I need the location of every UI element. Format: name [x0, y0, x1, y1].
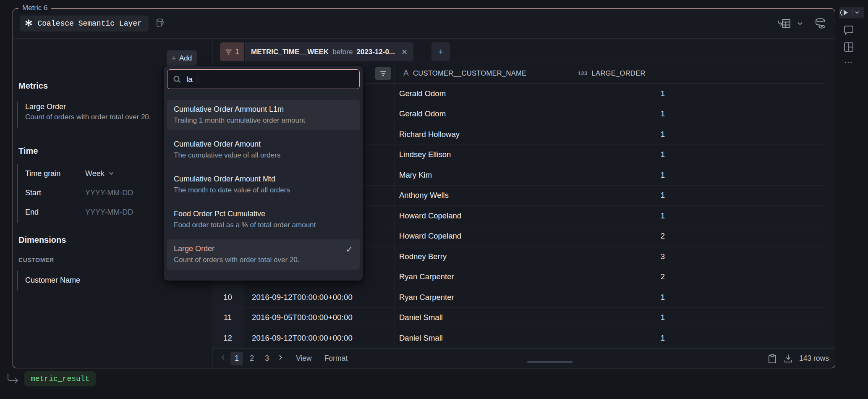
table-cell: Daniel Small	[395, 328, 569, 348]
table-row[interactable]: 102016-09-12T00:00:00+00:00Ryan Carpente…	[212, 287, 824, 308]
chevron-down-icon[interactable]	[854, 10, 860, 16]
table-cell	[671, 165, 824, 185]
filter-icon	[225, 49, 232, 55]
table-row[interactable]: 112016-09-05T00:00:00+00:00Daniel Small1	[212, 308, 824, 328]
add-filter-button[interactable]: +	[431, 42, 450, 61]
pagination: 123	[219, 352, 285, 365]
dimension-item-title: Customer Name	[25, 275, 80, 285]
cell-label: Metric 6	[18, 3, 51, 13]
table-cell: 1	[569, 104, 671, 124]
text-caret	[198, 75, 199, 84]
cell-title: Coalesce Semantic Layer	[37, 19, 141, 28]
table-cell	[671, 267, 824, 287]
metric-option[interactable]: Cumulative Order Ammount L1mTrailing 1 m…	[167, 100, 360, 130]
page-button[interactable]: 1	[230, 352, 243, 365]
table-cell: Ryan Carpenter	[395, 287, 569, 307]
download-icon[interactable]	[783, 353, 793, 364]
table-cell	[671, 206, 824, 226]
metric-option[interactable]: Large OrderCount of orders with order to…	[167, 239, 360, 270]
metric-option-desc: Count of orders with order total over 20…	[174, 254, 353, 265]
more-options-icon[interactable]: ⋯	[841, 56, 856, 68]
metric-option-desc: Food order total as a % of total order a…	[174, 219, 353, 231]
layout-icon[interactable]	[841, 41, 856, 53]
remove-filter-icon[interactable]: ✕	[401, 47, 408, 57]
time-heading: Time	[18, 146, 38, 156]
copy-table-icon[interactable]	[767, 353, 777, 364]
table-cell: 2016-09-12T00:00:00+00:00	[243, 287, 395, 307]
table-cell: 1	[569, 145, 671, 165]
search-icon	[173, 75, 182, 84]
table-output-icon[interactable]	[778, 17, 792, 30]
horizontal-scrollbar[interactable]	[527, 361, 573, 363]
table-cell: Mary Kim	[395, 165, 569, 185]
table-cell: 10	[212, 287, 243, 307]
preview-data-icon[interactable]	[813, 17, 828, 30]
table-cell: Rodney Berry	[395, 247, 569, 267]
time-grain-select[interactable]: Week	[85, 169, 115, 178]
comment-icon[interactable]	[841, 24, 856, 36]
result-variable[interactable]: metric_result	[24, 371, 96, 386]
table-cell: Anthony Wells	[395, 186, 569, 206]
page-button[interactable]: 2	[246, 352, 258, 365]
add-metric-button[interactable]: + Add	[167, 50, 197, 66]
page-button[interactable]: 3	[261, 352, 273, 365]
table-footer: 123 View Format	[212, 348, 835, 368]
table-cell	[671, 287, 824, 307]
metric-option-title: Cumulative Order Ammount L1m	[174, 104, 353, 115]
next-page-icon[interactable]	[276, 354, 285, 363]
view-menu[interactable]: View	[296, 354, 312, 363]
page-list: 123	[230, 352, 273, 365]
time-grain-value: Week	[85, 169, 105, 178]
table-cell	[671, 328, 824, 348]
metric-search-dropdown: la Cumulative Order Ammount L1mTrailing …	[164, 66, 363, 281]
table-row[interactable]: 122016-09-12T00:00:00+00:00Daniel Small1	[212, 328, 824, 349]
metric-option-desc: The month to date value of all orders	[174, 184, 353, 196]
time-grain-label: Time grain	[25, 169, 85, 178]
table-cell: Lindsey Ellison	[395, 145, 569, 165]
table-cell	[671, 84, 824, 104]
column-filter-button[interactable]	[375, 67, 391, 80]
dimension-item[interactable]: Customer Name	[17, 270, 80, 290]
chevron-down-icon[interactable]	[796, 20, 804, 27]
filter-field: METRIC_TIME__WEEK	[251, 48, 329, 56]
table-cell: Gerald Odom	[395, 104, 569, 124]
metric-item[interactable]: Large Order Count of orders with order t…	[17, 102, 151, 128]
end-date-field[interactable]: YYYY-MM-DD	[85, 208, 133, 217]
run-cell-button[interactable]	[839, 7, 864, 18]
metric-item-title: Large Order	[25, 102, 151, 112]
prev-page-icon[interactable]	[219, 354, 228, 363]
metric-option[interactable]: Cumulative Order AmountThe cumulative va…	[167, 135, 360, 165]
cell-title-chip[interactable]: ✻ Coalesce Semantic Layer	[20, 16, 149, 32]
table-cell	[671, 145, 824, 165]
table-cell: 1	[569, 308, 671, 328]
filter-count-badge[interactable]: 1	[220, 42, 244, 61]
filter-chip[interactable]: METRIC_TIME__WEEK before 2023-12-0... ✕	[245, 42, 413, 61]
edit-source-icon[interactable]	[154, 17, 167, 30]
filter-icon	[380, 71, 387, 76]
table-cell: Ryan Carpenter	[395, 267, 569, 287]
metric-search-input[interactable]: la	[167, 69, 360, 89]
end-label: End	[25, 208, 85, 217]
time-group: Time grain Week Start YYYY-MM-DD En	[17, 164, 133, 223]
table-cell: 1	[569, 84, 671, 104]
start-date-field[interactable]: YYYY-MM-DD	[85, 189, 133, 197]
metric-option-desc: Trailing 1 month cumulative order amount	[174, 115, 353, 126]
metric-item-desc: Count of orders with order total over 20…	[25, 112, 151, 123]
table-cell	[671, 226, 824, 247]
metric-option[interactable]: Cumulative Order Amount MtdThe month to …	[167, 170, 360, 200]
name-column-header[interactable]: A CUSTOMER__CUSTOMER_NAME	[395, 63, 569, 83]
start-label: Start	[25, 189, 85, 197]
format-menu[interactable]: Format	[324, 354, 348, 363]
metric-option[interactable]: Food Order Pct CumulativeFood order tota…	[167, 205, 360, 235]
row-count: 143 rows	[799, 354, 829, 363]
start-placeholder: YYYY-MM-DD	[85, 189, 133, 197]
metric-option-title: Food Order Pct Cumulative	[174, 208, 353, 219]
table-cell: 3	[569, 247, 671, 267]
table-cell: 1	[569, 165, 671, 185]
metric-option-title: Cumulative Order Amount Mtd	[174, 173, 353, 184]
table-cell: 11	[212, 308, 243, 328]
table-cell: 12	[212, 328, 243, 348]
value-column-header[interactable]: 123 LARGE_ORDER	[569, 63, 671, 83]
filter-count: 1	[235, 47, 239, 56]
dimension-group-label: CUSTOMER	[18, 257, 54, 263]
